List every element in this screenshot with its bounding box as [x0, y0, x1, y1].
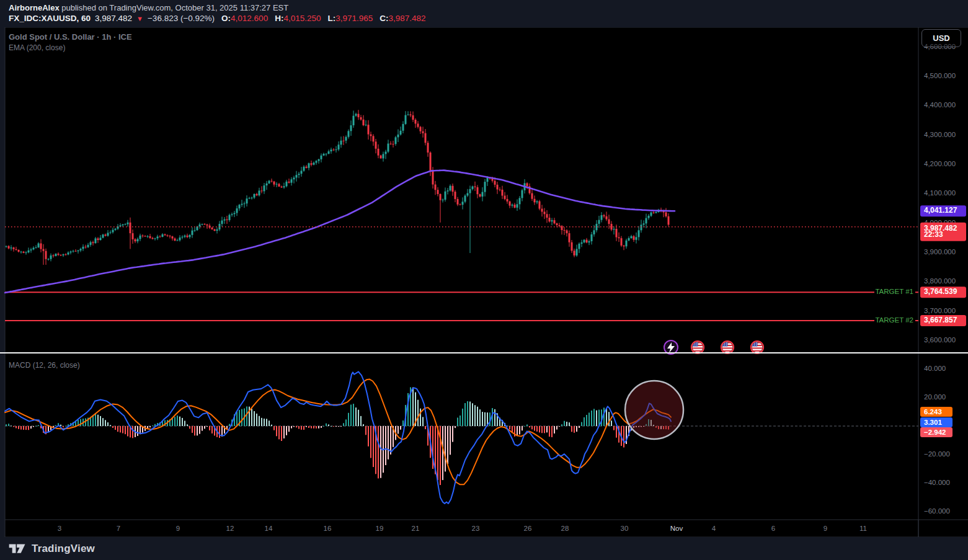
candle-body: [11, 247, 12, 248]
low-label: L:: [327, 14, 335, 23]
candle-body: [236, 208, 238, 213]
candle-body: [154, 238, 156, 239]
candle-body: [586, 240, 588, 242]
time-tick-label: 11: [859, 525, 867, 532]
us-flag-event-icon[interactable]: [751, 341, 763, 353]
candle-body: [370, 135, 372, 136]
flag-star: [726, 343, 727, 344]
histogram-bar: [127, 426, 128, 437]
candle-body: [591, 234, 593, 241]
histogram-bar: [132, 426, 133, 438]
brand-wrap[interactable]: TradingView: [8, 542, 95, 556]
candle-body: [53, 256, 55, 256]
histogram-bar: [85, 418, 86, 426]
histogram-bar: [509, 426, 510, 429]
histogram-bar: [323, 426, 324, 427]
histogram-bar: [283, 426, 285, 438]
chart-canvas[interactable]: 4,600.0004,500.0004,400.0004,300.0004,20…: [0, 0, 968, 560]
macd-tick-label: −20.000: [924, 450, 950, 458]
currency-usd-button[interactable]: USD: [921, 29, 961, 47]
histogram-bar: [469, 401, 471, 426]
ema-indicator-label[interactable]: EMA (200, close): [9, 43, 65, 52]
us-flag-event-icon[interactable]: [691, 341, 704, 353]
candle-body: [358, 114, 360, 117]
candle-body: [234, 213, 236, 214]
candle-body: [517, 204, 518, 208]
candle-body: [571, 242, 573, 251]
histogram-bar: [286, 426, 287, 435]
histogram-bar: [353, 404, 354, 426]
candle-body: [45, 251, 47, 259]
candle-body: [365, 125, 367, 125]
histogram-bar: [209, 426, 210, 430]
histogram-bar: [333, 426, 334, 427]
candle-body: [400, 131, 402, 135]
price-tick-label: 4,100.000: [924, 189, 956, 197]
histogram-bar: [559, 426, 560, 427]
candle-body: [316, 161, 317, 163]
signal-value-badge-text: 6.243: [924, 408, 942, 416]
flag-stripe: [722, 347, 733, 349]
candle-body: [157, 236, 159, 238]
candle-body: [313, 162, 315, 164]
histogram-bar: [296, 426, 297, 427]
candle-body: [281, 187, 283, 187]
candle-body: [303, 167, 305, 171]
candle-body: [293, 177, 295, 179]
symbol-name[interactable]: FX_IDC:XAUUSD, 60: [9, 14, 91, 23]
time-tick-label: 28: [561, 525, 569, 532]
time-tick-label: 3: [58, 525, 61, 532]
candle-body: [345, 137, 347, 141]
histogram-bar: [450, 426, 451, 455]
last-price-badge-text: 22:33: [924, 230, 943, 239]
time-tick-label: 9: [176, 525, 180, 532]
candle-body: [554, 220, 556, 223]
candle-body: [407, 115, 409, 115]
histogram-bar: [308, 426, 309, 428]
histogram-bar: [529, 426, 530, 427]
histogram-bar: [455, 426, 456, 428]
candle-body: [484, 182, 486, 192]
candle-body: [82, 247, 84, 249]
candle-body: [623, 246, 625, 246]
candle-body: [616, 229, 618, 238]
histogram-bar: [370, 426, 371, 458]
macd-indicator-label[interactable]: MACD (12, 26, close): [9, 361, 80, 370]
histogram-bar: [519, 426, 520, 435]
chart-title: Gold Spot / U.S. Dollar · 1h · ICE: [9, 32, 132, 42]
histogram-bar: [204, 426, 205, 429]
price-tick-label: 3,800.000: [924, 277, 956, 285]
candle-body: [393, 144, 394, 144]
histogram-bar: [271, 425, 272, 426]
candle-body: [95, 238, 97, 243]
candle-body: [214, 229, 216, 231]
candle-body: [355, 114, 357, 116]
candle-body: [559, 225, 561, 226]
candle-body: [184, 236, 186, 237]
histogram-bar: [554, 426, 555, 433]
candle-body: [65, 254, 67, 255]
candle-body: [301, 171, 303, 174]
histogram-bar: [390, 426, 391, 455]
candle-body: [598, 220, 600, 224]
histogram-bar: [177, 416, 178, 426]
histogram-bar: [11, 425, 12, 426]
candle-body: [509, 202, 511, 206]
time-tick-label: 12: [226, 525, 234, 532]
histogram-bar: [400, 426, 401, 430]
us-flag-event-icon[interactable]: [721, 341, 734, 353]
candle-body: [60, 255, 62, 256]
candle-body: [628, 238, 630, 241]
publish-line: AirborneAlex published on TradingView.co…: [9, 3, 288, 12]
candle-body: [286, 182, 288, 186]
candle-body: [340, 141, 342, 144]
candle-body: [55, 254, 57, 256]
target-price-badge-text: 3,764.539: [924, 287, 957, 296]
candle-body: [43, 249, 45, 251]
histogram-bar: [152, 425, 153, 426]
candle-body: [254, 194, 255, 198]
candle-body: [97, 238, 99, 240]
histogram-bar: [350, 404, 352, 426]
histogram-bar: [549, 426, 550, 437]
histogram-bar: [467, 401, 468, 426]
